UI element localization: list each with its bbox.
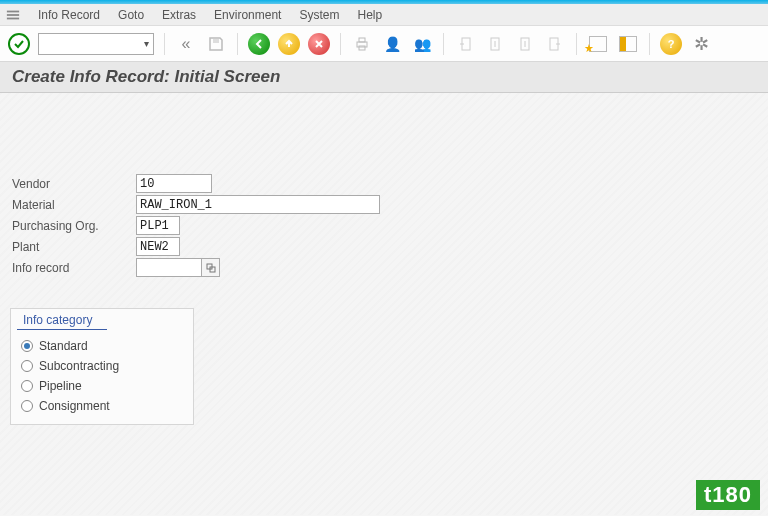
vendor-field[interactable]: 10 (136, 174, 212, 193)
info-category-group: Info category Standard Subcontracting Pi… (10, 308, 194, 425)
help-button[interactable]: ? (660, 33, 682, 55)
svg-rect-0 (7, 10, 19, 12)
command-field[interactable]: ▾ (38, 33, 154, 55)
menu-environment[interactable]: Environment (214, 8, 281, 22)
separator (649, 33, 650, 55)
radio-label: Subcontracting (39, 359, 119, 373)
svg-rect-3 (213, 39, 219, 43)
enter-button[interactable] (8, 33, 30, 55)
separator (164, 33, 165, 55)
print-icon[interactable] (351, 33, 373, 55)
next-page-icon[interactable] (514, 33, 536, 55)
info-record-field[interactable] (136, 258, 202, 277)
menu-help[interactable]: Help (357, 8, 382, 22)
separator (340, 33, 341, 55)
radio-pipeline[interactable]: Pipeline (11, 376, 193, 396)
page-title: Create Info Record: Initial Screen (0, 62, 768, 93)
app-menu-icon[interactable] (6, 8, 20, 22)
search-help-icon[interactable] (202, 258, 220, 277)
customize-icon[interactable]: ✲ (690, 33, 712, 55)
radio-icon (21, 400, 33, 412)
separator (237, 33, 238, 55)
find-icon[interactable]: 👤 (381, 33, 403, 55)
info-category-title: Info category (17, 309, 107, 330)
menu-extras[interactable]: Extras (162, 8, 196, 22)
first-page-icon[interactable] (454, 33, 476, 55)
plant-label: Plant (10, 240, 136, 254)
cancel-button[interactable] (308, 33, 330, 55)
plant-field[interactable]: NEW2 (136, 237, 180, 256)
layout-icon[interactable] (617, 33, 639, 55)
radio-icon (21, 360, 33, 372)
radio-consignment[interactable]: Consignment (11, 396, 193, 416)
info-record-label: Info record (10, 261, 136, 275)
vendor-label: Vendor (10, 177, 136, 191)
menu-info-record[interactable]: Info Record (38, 8, 100, 22)
radio-label: Consignment (39, 399, 110, 413)
toolbar: ▾ « 👤 👥 ? ✲ (0, 26, 768, 62)
radio-label: Pipeline (39, 379, 82, 393)
purch-org-field[interactable]: PLP1 (136, 216, 180, 235)
prev-page-icon[interactable] (484, 33, 506, 55)
radio-standard[interactable]: Standard (11, 336, 193, 356)
last-page-icon[interactable] (544, 33, 566, 55)
radio-label: Standard (39, 339, 88, 353)
content-area: Vendor 10 Material RAW_IRON_1 Purchasing… (0, 93, 768, 515)
radio-icon (21, 380, 33, 392)
material-label: Material (10, 198, 136, 212)
menubar: Info Record Goto Extras Environment Syst… (0, 4, 768, 26)
radio-icon (21, 340, 33, 352)
separator (443, 33, 444, 55)
watermark: t180 (696, 480, 760, 510)
menu-system[interactable]: System (299, 8, 339, 22)
purch-org-label: Purchasing Org. (10, 219, 136, 233)
svg-rect-5 (359, 38, 365, 42)
back-double-icon[interactable]: « (175, 33, 197, 55)
separator (576, 33, 577, 55)
find-next-icon[interactable]: 👥 (411, 33, 433, 55)
chevron-down-icon: ▾ (144, 38, 149, 49)
new-session-icon[interactable] (587, 33, 609, 55)
radio-subcontracting[interactable]: Subcontracting (11, 356, 193, 376)
svg-rect-1 (7, 14, 19, 16)
menu-goto[interactable]: Goto (118, 8, 144, 22)
save-icon[interactable] (205, 33, 227, 55)
back-button[interactable] (248, 33, 270, 55)
material-field[interactable]: RAW_IRON_1 (136, 195, 380, 214)
exit-button[interactable] (278, 33, 300, 55)
svg-rect-2 (7, 17, 19, 19)
